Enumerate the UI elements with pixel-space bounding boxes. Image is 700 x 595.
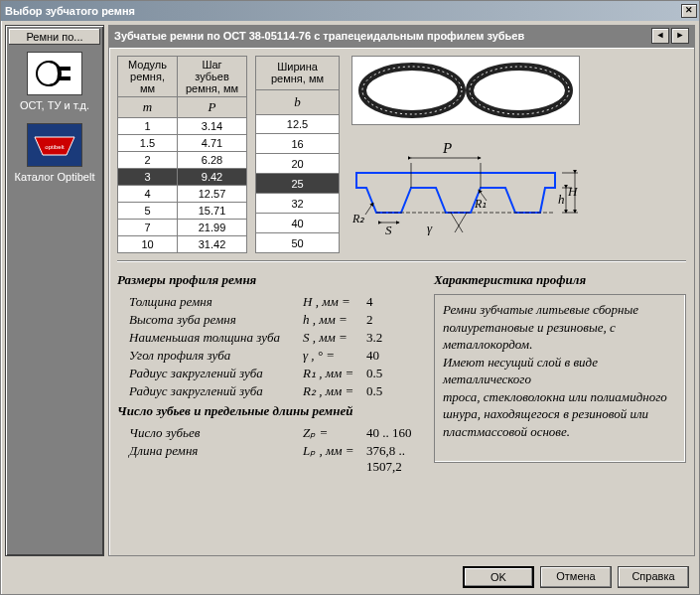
col-pitch: Шаг зубьев ремня, мм bbox=[178, 57, 247, 97]
col-width: Ширина ремня, мм bbox=[256, 57, 340, 90]
table-row[interactable]: 39.42 bbox=[118, 169, 247, 186]
table-row[interactable]: 26.28 bbox=[118, 152, 247, 169]
sidebar-item-label: Каталог Optibelt bbox=[8, 171, 101, 183]
help-button[interactable]: Справка bbox=[618, 566, 689, 588]
params-title: Размеры профиля ремня bbox=[117, 272, 420, 288]
button-bar: OK Отмена Справка bbox=[1, 560, 699, 594]
param-row: Наименьшая толщина зубаS , мм =3.2 bbox=[129, 330, 420, 346]
sidebar-header[interactable]: Ремни по... bbox=[8, 28, 101, 46]
svg-text:H: H bbox=[567, 184, 578, 199]
svg-text:h: h bbox=[558, 192, 565, 207]
char-text: Ремни зубчатые литьевые сборные полиурет… bbox=[434, 294, 686, 463]
dialog-window: Выбор зубчатого ремня ✕ Ремни по... ОСТ,… bbox=[0, 0, 700, 595]
table-row[interactable]: 20 bbox=[256, 154, 340, 174]
standard-icon bbox=[27, 52, 82, 95]
next-icon[interactable]: ► bbox=[671, 28, 689, 44]
sidebar-item-label: ОСТ, ТУ и т.д. bbox=[8, 99, 101, 111]
table-row[interactable]: 25 bbox=[256, 174, 340, 194]
table-row[interactable]: 515.71 bbox=[118, 203, 247, 220]
param-row: Число зубьевZₚ =40 .. 160 bbox=[129, 425, 420, 441]
optibelt-icon: optibelt bbox=[27, 123, 82, 167]
param-row: Угол профиля зубаγ , ° =40 bbox=[129, 348, 420, 364]
svg-rect-1 bbox=[59, 67, 70, 71]
ok-button[interactable]: OK bbox=[463, 566, 534, 588]
svg-rect-2 bbox=[59, 76, 70, 80]
cancel-button[interactable]: Отмена bbox=[540, 566, 612, 588]
svg-text:P: P bbox=[442, 140, 452, 156]
sidebar: Ремни по... ОСТ, ТУ и т.д. optibelt Ката… bbox=[5, 25, 104, 556]
svg-text:S: S bbox=[385, 223, 392, 237]
table-row[interactable]: 50 bbox=[256, 233, 340, 253]
table-row[interactable]: 16 bbox=[256, 134, 340, 154]
param-row: Радиус закруглений зубаR₁ , мм =0.5 bbox=[129, 366, 420, 381]
table-row[interactable]: 12.5 bbox=[256, 114, 340, 134]
table-row[interactable]: 1031.42 bbox=[118, 236, 247, 253]
profile-diagram: P h H S γ bbox=[351, 133, 580, 252]
titlebar: Выбор зубчатого ремня ✕ bbox=[1, 1, 699, 21]
param-row: Длина ремняLₚ , мм =376,8 .. 1507,2 bbox=[129, 443, 420, 475]
module-pitch-table[interactable]: Модуль ремня, ммШаг зубьев ремня, мм mP … bbox=[117, 56, 247, 253]
content-area: Модуль ремня, ммШаг зубьев ремня, мм mP … bbox=[108, 47, 695, 556]
separator bbox=[117, 260, 686, 262]
content-header: Зубчатые ремни по ОСТ 38-05114-76 с трап… bbox=[108, 25, 695, 47]
sidebar-item-ost[interactable]: ОСТ, ТУ и т.д. bbox=[8, 52, 101, 111]
table-row[interactable]: 40 bbox=[256, 214, 340, 233]
prev-icon[interactable]: ◄ bbox=[651, 28, 669, 44]
param-row: Радиус закруглений зубаR₂ , мм =0.5 bbox=[129, 383, 420, 399]
svg-text:R₂: R₂ bbox=[351, 212, 365, 225]
belt-photo bbox=[351, 56, 580, 125]
profile-characteristics: Характеристика профиля Ремни зубчатые ли… bbox=[434, 268, 686, 477]
svg-text:optibelt: optibelt bbox=[45, 144, 65, 150]
svg-line-26 bbox=[365, 203, 373, 215]
table-row[interactable]: 1.54.71 bbox=[118, 135, 247, 152]
profile-params: Размеры профиля ремня Толщина ремняH , м… bbox=[117, 268, 420, 477]
param-row: Толщина ремняH , мм =4 bbox=[129, 294, 420, 310]
table-row[interactable]: 13.14 bbox=[118, 118, 247, 135]
width-table[interactable]: Ширина ремня, мм b 12.5162025324050 bbox=[255, 56, 340, 253]
header-title: Зубчатые ремни по ОСТ 38-05114-76 с трап… bbox=[114, 30, 649, 42]
table-row[interactable]: 32 bbox=[256, 194, 340, 214]
sidebar-item-optibelt[interactable]: optibelt Каталог Optibelt bbox=[8, 123, 101, 183]
table-row[interactable]: 721.99 bbox=[118, 220, 247, 236]
window-title: Выбор зубчатого ремня bbox=[5, 5, 681, 17]
svg-text:γ: γ bbox=[427, 221, 433, 235]
param-row: Высота зуба ремняh , мм =2 bbox=[129, 312, 420, 328]
char-title: Характеристика профиля bbox=[434, 272, 686, 288]
params-title-2: Число зубьев и предельные длины ремней bbox=[117, 403, 420, 419]
close-icon[interactable]: ✕ bbox=[681, 4, 697, 18]
table-row[interactable]: 412.57 bbox=[118, 186, 247, 203]
col-module: Модуль ремня, мм bbox=[118, 57, 178, 97]
